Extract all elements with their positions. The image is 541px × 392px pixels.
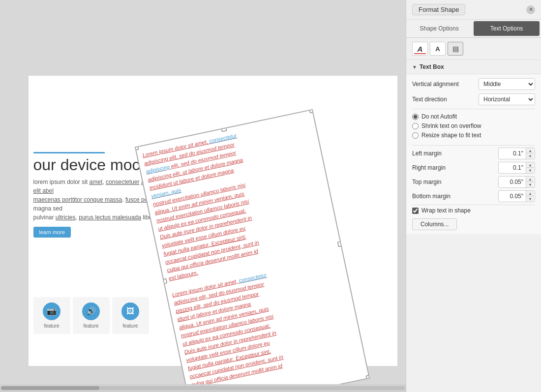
no-autofit-radio[interactable] [412, 114, 419, 120]
rotated-text-box[interactable]: Lorem ipsum dolor sit amet, consectetur … [134, 109, 369, 392]
bottom-margin-input-group: ▲ ▼ [498, 190, 535, 202]
text-size-icon: A [435, 45, 440, 53]
bottom-margin-row: Bottom margin ▲ ▼ [412, 190, 535, 202]
top-margin-input[interactable] [499, 177, 526, 187]
feature-item-1: 📷 feature [33, 297, 70, 334]
top-margin-down[interactable]: ▼ [526, 182, 534, 187]
top-margin-row: Top margin ▲ ▼ [412, 176, 535, 188]
slide-content: our device mockup lorem ipsum dolor sit … [29, 76, 397, 366]
columns-button[interactable]: Columns... [412, 218, 457, 230]
text-size-button[interactable]: A [430, 42, 446, 56]
scrollbar-track [1, 386, 405, 390]
right-margin-spinners: ▲ ▼ [526, 162, 534, 173]
feature-item-3: 🖼 feature [112, 297, 149, 334]
handle-top-left[interactable] [134, 145, 138, 151]
tab-shape-options[interactable]: Shape Options [406, 20, 472, 37]
top-margin-up[interactable]: ▲ [526, 177, 534, 182]
top-margin-spinners: ▲ ▼ [526, 177, 534, 187]
slide-canvas: our device mockup lorem ipsum dolor sit … [0, 0, 406, 382]
left-margin-up[interactable]: ▲ [526, 148, 534, 153]
no-autofit-label: Do not Autofit [421, 113, 457, 120]
text-box-section-body: Vertical alignment Top Middle Bottom Tex… [406, 74, 541, 234]
resize-shape-option[interactable]: Resize shape to fit text [412, 132, 535, 139]
learn-more-button[interactable]: learn more [33, 227, 71, 238]
feature-item-2: 🔊 feature [73, 297, 110, 334]
horizontal-scrollbar[interactable] [0, 384, 406, 392]
handle-mid-left[interactable] [161, 278, 167, 284]
text-color-icon: A [418, 45, 423, 53]
handle-top-right[interactable] [309, 109, 315, 113]
divider-2 [412, 145, 535, 146]
tab-text-options[interactable]: Text Options [474, 21, 540, 36]
bottom-margin-spinners: ▲ ▼ [526, 191, 534, 202]
right-margin-input-group: ▲ ▼ [498, 162, 535, 174]
section-arrow-icon: ▼ [412, 64, 417, 70]
autofit-radio-group: Do not Autofit Shrink text on overflow R… [412, 111, 535, 143]
format-shape-panel: Format Shape ✕ Shape Options Text Option… [406, 0, 541, 392]
bottom-margin-up[interactable]: ▲ [526, 191, 534, 196]
text-box-icon: ▤ [452, 45, 459, 53]
text-box-section-label: Text Box [420, 63, 444, 70]
wrap-text-row[interactable]: Wrap text in shape [412, 207, 535, 214]
rotate-handle[interactable] [218, 117, 225, 123]
right-margin-row: Right margin ▲ ▼ [412, 162, 535, 174]
text-direction-select[interactable]: Horizontal Vertical Rotate 90° Rotate 27… [479, 93, 535, 105]
feature-label-1: feature [44, 323, 59, 329]
divider-3 [412, 205, 535, 205]
close-button[interactable]: ✕ [526, 5, 535, 14]
left-margin-row: Left margin ▲ ▼ [412, 148, 535, 159]
no-autofit-option[interactable]: Do not Autofit [412, 113, 535, 120]
handle-top-center[interactable] [221, 126, 227, 132]
text-direction-label: Text direction [412, 96, 479, 103]
left-margin-input-group: ▲ ▼ [498, 148, 535, 159]
right-margin-input[interactable] [499, 163, 526, 173]
feature-label-2: feature [83, 323, 98, 329]
canvas-area: our device mockup lorem ipsum dolor sit … [0, 0, 406, 392]
lorem-text-content: Lorem ipsum dolor sit amet, consectetur … [142, 116, 361, 392]
bottom-margin-input[interactable] [499, 191, 526, 201]
resize-shape-radio[interactable] [412, 132, 419, 139]
feature-label-3: feature [122, 323, 138, 329]
right-margin-down[interactable]: ▼ [526, 168, 534, 173]
handle-bot-right[interactable] [365, 374, 369, 380]
left-margin-label: Left margin [412, 150, 498, 157]
shrink-overflow-label: Shrink text on overflow [421, 122, 481, 129]
scrollbar-thumb[interactable] [1, 386, 99, 390]
handle-mid-right[interactable] [337, 241, 343, 247]
panel-title-bar: Format Shape ✕ [406, 0, 541, 20]
left-margin-input[interactable] [499, 149, 526, 158]
vertical-alignment-row: Vertical alignment Top Middle Bottom [412, 78, 535, 90]
right-margin-label: Right margin [412, 164, 498, 171]
feature-icon-image: 🖼 [121, 302, 139, 320]
left-margin-spinners: ▲ ▼ [526, 148, 534, 159]
bottom-margin-label: Bottom margin [412, 193, 498, 200]
shrink-overflow-option[interactable]: Shrink text on overflow [412, 122, 535, 129]
right-margin-up[interactable]: ▲ [526, 162, 534, 168]
text-box-button[interactable]: ▤ [448, 42, 463, 56]
vertical-alignment-label: Vertical alignment [412, 81, 479, 88]
tab-bar: Shape Options Text Options [406, 20, 541, 38]
top-margin-input-group: ▲ ▼ [498, 176, 535, 188]
text-direction-row: Text direction Horizontal Vertical Rotat… [412, 93, 535, 105]
feature-icons-row: 📷 feature 🔊 feature 🖼 feature [33, 297, 149, 334]
shrink-overflow-radio[interactable] [412, 123, 419, 129]
icon-toolbar: A A ▤ [406, 38, 541, 60]
text-box-section-header[interactable]: ▼ Text Box [406, 60, 541, 74]
text-color-button[interactable]: A [412, 42, 428, 56]
feature-icon-sound: 🔊 [82, 302, 100, 320]
bottom-margin-down[interactable]: ▼ [526, 196, 534, 202]
vertical-alignment-select[interactable]: Top Middle Bottom [479, 78, 535, 90]
top-margin-label: Top margin [412, 179, 498, 185]
wrap-text-label: Wrap text in shape [421, 207, 471, 214]
feature-icon-camera: 📷 [43, 302, 60, 320]
resize-shape-label: Resize shape to fit text [421, 132, 481, 139]
underline-indicator [414, 53, 426, 54]
divider-1 [412, 109, 535, 109]
wrap-text-checkbox[interactable] [412, 208, 419, 214]
panel-title: Format Shape [412, 4, 465, 15]
left-margin-down[interactable]: ▼ [526, 153, 534, 159]
